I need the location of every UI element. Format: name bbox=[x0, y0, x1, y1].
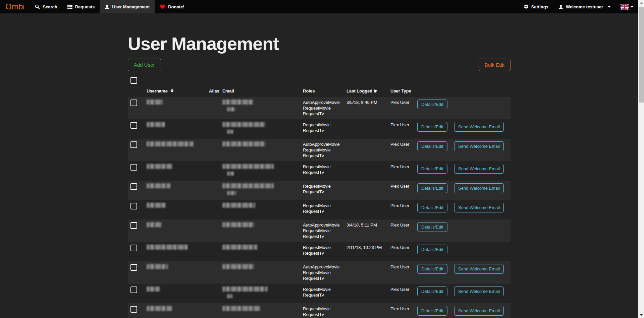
email-cell bbox=[220, 200, 300, 219]
welcome-cell: Send Welcome Email bbox=[451, 200, 511, 219]
welcome-cell: Send Welcome Email bbox=[451, 284, 511, 303]
header-alias[interactable]: Alias bbox=[206, 87, 220, 97]
row-checkbox-cell bbox=[128, 219, 144, 242]
top-navbar: Ombi Search Requests User Management bbox=[0, 0, 638, 13]
email-cell bbox=[220, 303, 300, 318]
username-redacted bbox=[147, 245, 187, 250]
nav-item-settings[interactable]: Settings bbox=[519, 0, 553, 13]
header-email[interactable]: Email bbox=[220, 87, 300, 97]
details-edit-button[interactable]: Details/Edit bbox=[417, 287, 447, 296]
row-checkbox[interactable] bbox=[130, 264, 137, 271]
role-label: RequestMovie bbox=[303, 228, 341, 234]
nav-item-donate[interactable]: Donate! bbox=[155, 0, 189, 13]
header-actions-spacer-2 bbox=[451, 87, 511, 97]
send-welcome-email-button[interactable]: Send Welcome Email bbox=[454, 287, 504, 296]
header-last-logged-in[interactable]: Last Logged In bbox=[344, 87, 388, 97]
row-checkbox[interactable] bbox=[130, 122, 137, 129]
user-menu[interactable]: Welcome testuser bbox=[553, 0, 616, 13]
role-label: RequestMovie bbox=[303, 122, 341, 128]
row-checkbox[interactable] bbox=[130, 287, 137, 293]
table-row: RequestMovieRequestTv Plex User Details/… bbox=[128, 200, 511, 219]
table-row: RequestMovieRequestTv Plex User Details/… bbox=[128, 119, 511, 139]
username-redacted bbox=[147, 287, 160, 292]
username-cell bbox=[144, 139, 206, 161]
details-edit-button[interactable]: Details/Edit bbox=[417, 306, 447, 316]
header-user-type[interactable]: User Type bbox=[388, 87, 415, 97]
send-welcome-email-button[interactable]: Send Welcome Email bbox=[454, 164, 504, 174]
alias-cell bbox=[206, 200, 220, 219]
username-redacted bbox=[147, 100, 163, 105]
roles-cell: AutoApproveMovieRequestMovieRequestTv bbox=[300, 219, 344, 242]
row-checkbox[interactable] bbox=[130, 203, 137, 209]
row-checkbox-cell bbox=[128, 139, 144, 161]
details-edit-button[interactable]: Details/Edit bbox=[417, 164, 447, 174]
select-all-checkbox[interactable] bbox=[130, 77, 137, 84]
nav-item-user-management[interactable]: User Management bbox=[100, 0, 155, 13]
role-label: RequestMovie bbox=[303, 147, 341, 153]
chevron-down-icon bbox=[630, 6, 634, 8]
row-checkbox[interactable] bbox=[130, 222, 137, 229]
details-cell: Details/Edit bbox=[415, 261, 451, 284]
role-label: RequestMovie bbox=[303, 183, 341, 189]
username-redacted bbox=[147, 183, 170, 188]
scrollbar-up-arrow-icon[interactable] bbox=[640, 2, 643, 4]
vertical-scrollbar[interactable] bbox=[638, 0, 644, 318]
role-label: RequestTv bbox=[303, 189, 341, 195]
roles-cell: RequestMovieRequestTv bbox=[300, 242, 344, 261]
row-checkbox-cell bbox=[128, 181, 144, 200]
settings-label: Settings bbox=[531, 4, 548, 9]
send-welcome-email-button[interactable]: Send Welcome Email bbox=[454, 122, 504, 132]
email-cell bbox=[220, 139, 300, 161]
scrollbar-down-arrow-icon[interactable] bbox=[640, 314, 643, 316]
role-label: RequestMovie bbox=[303, 245, 341, 250]
row-checkbox[interactable] bbox=[130, 141, 137, 148]
send-welcome-email-button[interactable]: Send Welcome Email bbox=[454, 306, 504, 316]
send-welcome-email-button[interactable]: Send Welcome Email bbox=[454, 203, 504, 212]
nav-item-requests[interactable]: Requests bbox=[62, 0, 100, 13]
details-edit-button[interactable]: Details/Edit bbox=[417, 264, 447, 274]
row-checkbox[interactable] bbox=[130, 183, 137, 190]
details-edit-button[interactable]: Details/Edit bbox=[417, 141, 447, 151]
details-edit-button[interactable]: Details/Edit bbox=[417, 245, 447, 254]
welcome-cell bbox=[451, 242, 511, 261]
nav-item-label: User Management bbox=[112, 4, 150, 9]
email-cell bbox=[220, 119, 300, 139]
role-label: RequestMovie bbox=[303, 287, 341, 292]
table-row: RequestMovieRequestTv Plex User Details/… bbox=[128, 161, 511, 181]
bulk-edit-button[interactable]: Bulk Edit bbox=[479, 59, 511, 71]
send-welcome-email-button[interactable]: Send Welcome Email bbox=[454, 183, 504, 193]
alias-cell bbox=[206, 119, 220, 139]
send-welcome-email-button[interactable]: Send Welcome Email bbox=[454, 141, 504, 151]
table-row: RequestMovieRequestTv Plex User Details/… bbox=[128, 303, 511, 318]
username-cell bbox=[144, 219, 206, 242]
email-redacted bbox=[222, 100, 253, 105]
username-cell bbox=[144, 181, 206, 200]
details-edit-button[interactable]: Details/Edit bbox=[417, 122, 447, 132]
details-edit-button[interactable]: Details/Edit bbox=[417, 183, 447, 193]
row-checkbox-cell bbox=[128, 303, 144, 318]
send-welcome-email-button[interactable]: Send Welcome Email bbox=[454, 264, 504, 274]
welcome-cell: Send Welcome Email bbox=[451, 139, 511, 161]
row-checkbox[interactable] bbox=[130, 100, 137, 106]
username-cell bbox=[144, 261, 206, 284]
header-username[interactable]: Username bbox=[144, 87, 206, 97]
add-user-button[interactable]: Add User bbox=[128, 59, 161, 71]
language-menu[interactable] bbox=[616, 0, 638, 13]
row-checkbox[interactable] bbox=[130, 164, 137, 171]
email-redacted bbox=[222, 306, 260, 311]
scrollbar-thumb[interactable] bbox=[639, 7, 644, 103]
details-edit-button[interactable]: Details/Edit bbox=[417, 100, 447, 109]
role-label: RequestTv bbox=[303, 312, 341, 317]
email-redacted bbox=[222, 245, 257, 250]
row-checkbox[interactable] bbox=[130, 306, 137, 313]
email-redacted-line2 bbox=[227, 130, 233, 134]
brand-logo[interactable]: Ombi bbox=[0, 0, 30, 13]
row-checkbox-cell bbox=[128, 119, 144, 139]
user-type-cell: Plex User bbox=[388, 181, 415, 200]
details-edit-button[interactable]: Details/Edit bbox=[417, 203, 447, 212]
row-checkbox[interactable] bbox=[130, 245, 137, 251]
welcome-cell: Send Welcome Email bbox=[451, 261, 511, 284]
details-edit-button[interactable]: Details/Edit bbox=[417, 222, 447, 232]
nav-item-search[interactable]: Search bbox=[30, 0, 62, 13]
table-header-row: Username Alias Email Roles Last Logged I… bbox=[128, 87, 511, 97]
